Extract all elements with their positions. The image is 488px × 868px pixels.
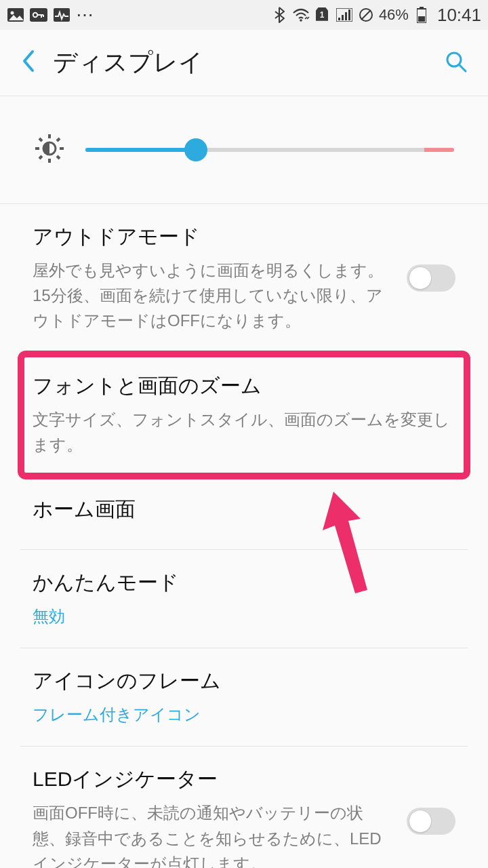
brightness-row — [0, 96, 488, 204]
svg-line-25 — [39, 138, 42, 141]
svg-line-18 — [460, 65, 466, 71]
item-title: ホーム画面 — [33, 496, 455, 524]
led-indicator-toggle[interactable] — [407, 808, 455, 835]
gallery-icon — [7, 7, 24, 22]
svg-line-28 — [57, 138, 60, 141]
wifi-icon — [292, 7, 310, 22]
item-led-indicator[interactable]: LEDインジケーター 画面OFF時に、未読の通知やバッテリーの状態、録音中である… — [20, 747, 468, 868]
svg-rect-16 — [418, 16, 425, 22]
block-icon — [357, 7, 375, 22]
battery-icon — [413, 7, 430, 22]
item-title: かんたんモード — [33, 569, 455, 597]
svg-text:1: 1 — [320, 10, 325, 20]
sim-icon: 1 — [314, 7, 331, 22]
key-icon — [30, 7, 47, 22]
item-title: アウトドアモード — [33, 223, 393, 251]
signal-icon — [336, 7, 353, 22]
page-title: ディスプレイ — [53, 46, 203, 79]
item-subtitle: 文字サイズ、フォントスタイル、画面のズームを変更します。 — [33, 407, 455, 457]
item-icon-frame[interactable]: アイコンのフレーム フレーム付きアイコン — [20, 648, 468, 747]
bluetooth-icon — [270, 7, 288, 22]
back-button[interactable] — [20, 49, 53, 77]
more-icon: ⋯ — [76, 6, 95, 24]
item-title: LEDインジケーター — [33, 766, 393, 793]
outdoor-mode-toggle[interactable] — [407, 264, 455, 292]
svg-line-13 — [361, 10, 371, 20]
activity-icon — [53, 7, 70, 22]
item-title: アイコンのフレーム — [33, 667, 455, 695]
item-title: フォントと画面のズーム — [33, 372, 455, 400]
item-subtitle: 無効 — [33, 604, 455, 629]
item-subtitle: 屋外でも見やすいように画面を明るくします。15分後、画面を続けて使用していない限… — [33, 258, 393, 334]
brightness-slider[interactable] — [85, 142, 454, 158]
battery-percent: 46% — [379, 6, 409, 24]
svg-rect-9 — [342, 15, 344, 20]
item-home-screen[interactable]: ホーム画面 — [20, 477, 468, 550]
svg-point-5 — [300, 19, 302, 22]
settings-list: アウトドアモード 屋外でも見やすいように画面を明るくします。15分後、画面を続け… — [0, 204, 488, 868]
svg-rect-10 — [345, 12, 347, 20]
item-easy-mode[interactable]: かんたんモード 無効 — [20, 550, 468, 648]
svg-rect-8 — [338, 18, 340, 20]
item-subtitle: 画面OFF時に、未読の通知やバッテリーの状態、録音中であることを知らせるために、… — [33, 800, 393, 868]
brightness-icon — [34, 133, 65, 167]
item-subtitle: フレーム付きアイコン — [33, 702, 455, 727]
svg-rect-11 — [348, 9, 350, 20]
svg-line-26 — [57, 156, 60, 159]
item-outdoor-mode[interactable]: アウトドアモード 屋外でも見やすいように画面を明るくします。15分後、画面を続け… — [20, 204, 468, 353]
search-button[interactable] — [445, 50, 468, 76]
clock: 10:41 — [437, 5, 481, 26]
status-bar: ⋯ 1 46% 10:41 — [0, 0, 488, 30]
app-header: ディスプレイ — [0, 30, 488, 96]
svg-point-1 — [11, 12, 14, 15]
svg-line-27 — [39, 156, 42, 159]
item-font-zoom[interactable]: フォントと画面のズーム 文字サイズ、フォントスタイル、画面のズームを変更します。 — [20, 353, 468, 477]
